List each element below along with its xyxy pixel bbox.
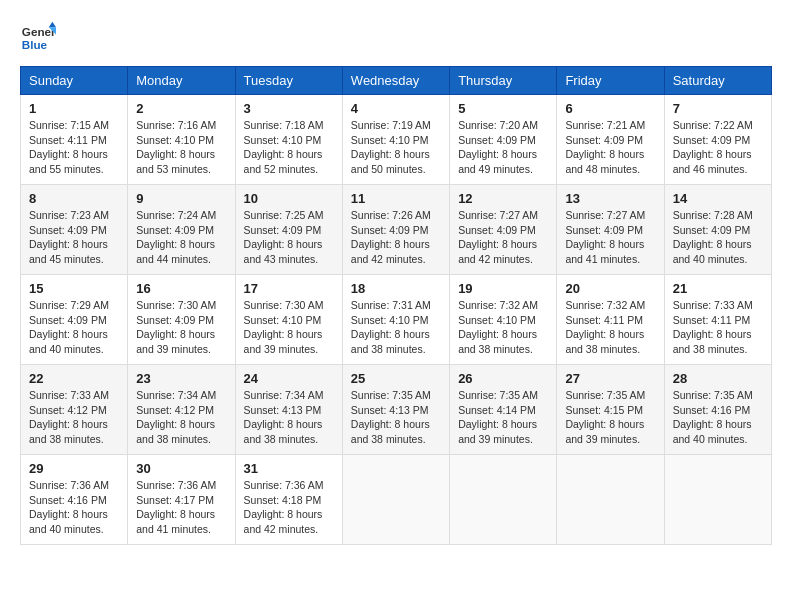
calendar-cell: 25 Sunrise: 7:35 AMSunset: 4:13 PMDaylig… xyxy=(342,365,449,455)
weekday-header-wednesday: Wednesday xyxy=(342,67,449,95)
calendar-cell: 18 Sunrise: 7:31 AMSunset: 4:10 PMDaylig… xyxy=(342,275,449,365)
calendar-cell: 21 Sunrise: 7:33 AMSunset: 4:11 PMDaylig… xyxy=(664,275,771,365)
day-number: 15 xyxy=(29,281,119,296)
day-number: 30 xyxy=(136,461,226,476)
calendar-cell: 12 Sunrise: 7:27 AMSunset: 4:09 PMDaylig… xyxy=(450,185,557,275)
calendar-cell: 22 Sunrise: 7:33 AMSunset: 4:12 PMDaylig… xyxy=(21,365,128,455)
calendar-cell: 26 Sunrise: 7:35 AMSunset: 4:14 PMDaylig… xyxy=(450,365,557,455)
calendar-cell: 31 Sunrise: 7:36 AMSunset: 4:18 PMDaylig… xyxy=(235,455,342,545)
weekday-header-row: SundayMondayTuesdayWednesdayThursdayFrid… xyxy=(21,67,772,95)
day-info: Sunrise: 7:33 AMSunset: 4:11 PMDaylight:… xyxy=(673,298,763,357)
calendar-cell: 10 Sunrise: 7:25 AMSunset: 4:09 PMDaylig… xyxy=(235,185,342,275)
day-info: Sunrise: 7:36 AMSunset: 4:18 PMDaylight:… xyxy=(244,478,334,537)
day-number: 11 xyxy=(351,191,441,206)
day-info: Sunrise: 7:35 AMSunset: 4:16 PMDaylight:… xyxy=(673,388,763,447)
weekday-header-tuesday: Tuesday xyxy=(235,67,342,95)
day-info: Sunrise: 7:36 AMSunset: 4:17 PMDaylight:… xyxy=(136,478,226,537)
day-info: Sunrise: 7:35 AMSunset: 4:14 PMDaylight:… xyxy=(458,388,548,447)
day-number: 7 xyxy=(673,101,763,116)
calendar-cell: 13 Sunrise: 7:27 AMSunset: 4:09 PMDaylig… xyxy=(557,185,664,275)
day-number: 18 xyxy=(351,281,441,296)
calendar-cell: 14 Sunrise: 7:28 AMSunset: 4:09 PMDaylig… xyxy=(664,185,771,275)
weekday-header-thursday: Thursday xyxy=(450,67,557,95)
calendar-cell: 23 Sunrise: 7:34 AMSunset: 4:12 PMDaylig… xyxy=(128,365,235,455)
day-info: Sunrise: 7:19 AMSunset: 4:10 PMDaylight:… xyxy=(351,118,441,177)
day-number: 22 xyxy=(29,371,119,386)
day-number: 19 xyxy=(458,281,548,296)
day-info: Sunrise: 7:23 AMSunset: 4:09 PMDaylight:… xyxy=(29,208,119,267)
day-info: Sunrise: 7:30 AMSunset: 4:09 PMDaylight:… xyxy=(136,298,226,357)
day-number: 26 xyxy=(458,371,548,386)
day-number: 21 xyxy=(673,281,763,296)
day-info: Sunrise: 7:24 AMSunset: 4:09 PMDaylight:… xyxy=(136,208,226,267)
calendar-cell: 1 Sunrise: 7:15 AMSunset: 4:11 PMDayligh… xyxy=(21,95,128,185)
calendar-cell: 6 Sunrise: 7:21 AMSunset: 4:09 PMDayligh… xyxy=(557,95,664,185)
day-info: Sunrise: 7:15 AMSunset: 4:11 PMDaylight:… xyxy=(29,118,119,177)
calendar-table: SundayMondayTuesdayWednesdayThursdayFrid… xyxy=(20,66,772,545)
calendar-header: SundayMondayTuesdayWednesdayThursdayFrid… xyxy=(21,67,772,95)
day-number: 10 xyxy=(244,191,334,206)
calendar-week-row: 8 Sunrise: 7:23 AMSunset: 4:09 PMDayligh… xyxy=(21,185,772,275)
day-number: 23 xyxy=(136,371,226,386)
weekday-header-sunday: Sunday xyxy=(21,67,128,95)
day-info: Sunrise: 7:18 AMSunset: 4:10 PMDaylight:… xyxy=(244,118,334,177)
calendar-cell: 20 Sunrise: 7:32 AMSunset: 4:11 PMDaylig… xyxy=(557,275,664,365)
calendar-cell: 7 Sunrise: 7:22 AMSunset: 4:09 PMDayligh… xyxy=(664,95,771,185)
day-info: Sunrise: 7:27 AMSunset: 4:09 PMDaylight:… xyxy=(458,208,548,267)
calendar-week-row: 22 Sunrise: 7:33 AMSunset: 4:12 PMDaylig… xyxy=(21,365,772,455)
calendar-cell xyxy=(557,455,664,545)
day-info: Sunrise: 7:21 AMSunset: 4:09 PMDaylight:… xyxy=(565,118,655,177)
day-info: Sunrise: 7:31 AMSunset: 4:10 PMDaylight:… xyxy=(351,298,441,357)
day-number: 24 xyxy=(244,371,334,386)
day-number: 8 xyxy=(29,191,119,206)
day-number: 4 xyxy=(351,101,441,116)
weekday-header-monday: Monday xyxy=(128,67,235,95)
day-info: Sunrise: 7:30 AMSunset: 4:10 PMDaylight:… xyxy=(244,298,334,357)
day-info: Sunrise: 7:32 AMSunset: 4:10 PMDaylight:… xyxy=(458,298,548,357)
day-number: 9 xyxy=(136,191,226,206)
svg-text:Blue: Blue xyxy=(22,38,48,51)
day-number: 20 xyxy=(565,281,655,296)
day-info: Sunrise: 7:34 AMSunset: 4:13 PMDaylight:… xyxy=(244,388,334,447)
logo-icon: General Blue xyxy=(20,20,56,56)
calendar-cell: 11 Sunrise: 7:26 AMSunset: 4:09 PMDaylig… xyxy=(342,185,449,275)
calendar-week-row: 15 Sunrise: 7:29 AMSunset: 4:09 PMDaylig… xyxy=(21,275,772,365)
calendar-cell: 19 Sunrise: 7:32 AMSunset: 4:10 PMDaylig… xyxy=(450,275,557,365)
day-number: 2 xyxy=(136,101,226,116)
day-number: 27 xyxy=(565,371,655,386)
day-info: Sunrise: 7:16 AMSunset: 4:10 PMDaylight:… xyxy=(136,118,226,177)
day-info: Sunrise: 7:26 AMSunset: 4:09 PMDaylight:… xyxy=(351,208,441,267)
calendar-cell: 29 Sunrise: 7:36 AMSunset: 4:16 PMDaylig… xyxy=(21,455,128,545)
calendar-week-row: 1 Sunrise: 7:15 AMSunset: 4:11 PMDayligh… xyxy=(21,95,772,185)
day-number: 17 xyxy=(244,281,334,296)
day-number: 14 xyxy=(673,191,763,206)
calendar-cell: 15 Sunrise: 7:29 AMSunset: 4:09 PMDaylig… xyxy=(21,275,128,365)
day-number: 28 xyxy=(673,371,763,386)
day-number: 5 xyxy=(458,101,548,116)
day-info: Sunrise: 7:35 AMSunset: 4:15 PMDaylight:… xyxy=(565,388,655,447)
day-info: Sunrise: 7:35 AMSunset: 4:13 PMDaylight:… xyxy=(351,388,441,447)
day-info: Sunrise: 7:22 AMSunset: 4:09 PMDaylight:… xyxy=(673,118,763,177)
logo: General Blue xyxy=(20,20,60,56)
calendar-cell: 17 Sunrise: 7:30 AMSunset: 4:10 PMDaylig… xyxy=(235,275,342,365)
calendar-cell: 9 Sunrise: 7:24 AMSunset: 4:09 PMDayligh… xyxy=(128,185,235,275)
calendar-body: 1 Sunrise: 7:15 AMSunset: 4:11 PMDayligh… xyxy=(21,95,772,545)
page-header: General Blue xyxy=(20,20,772,56)
day-info: Sunrise: 7:34 AMSunset: 4:12 PMDaylight:… xyxy=(136,388,226,447)
calendar-cell xyxy=(342,455,449,545)
calendar-cell: 16 Sunrise: 7:30 AMSunset: 4:09 PMDaylig… xyxy=(128,275,235,365)
day-info: Sunrise: 7:28 AMSunset: 4:09 PMDaylight:… xyxy=(673,208,763,267)
weekday-header-saturday: Saturday xyxy=(664,67,771,95)
day-number: 16 xyxy=(136,281,226,296)
weekday-header-friday: Friday xyxy=(557,67,664,95)
calendar-cell: 3 Sunrise: 7:18 AMSunset: 4:10 PMDayligh… xyxy=(235,95,342,185)
calendar-cell xyxy=(450,455,557,545)
day-number: 13 xyxy=(565,191,655,206)
day-number: 12 xyxy=(458,191,548,206)
calendar-cell: 30 Sunrise: 7:36 AMSunset: 4:17 PMDaylig… xyxy=(128,455,235,545)
day-number: 6 xyxy=(565,101,655,116)
day-info: Sunrise: 7:33 AMSunset: 4:12 PMDaylight:… xyxy=(29,388,119,447)
calendar-cell: 8 Sunrise: 7:23 AMSunset: 4:09 PMDayligh… xyxy=(21,185,128,275)
calendar-cell: 28 Sunrise: 7:35 AMSunset: 4:16 PMDaylig… xyxy=(664,365,771,455)
day-number: 29 xyxy=(29,461,119,476)
